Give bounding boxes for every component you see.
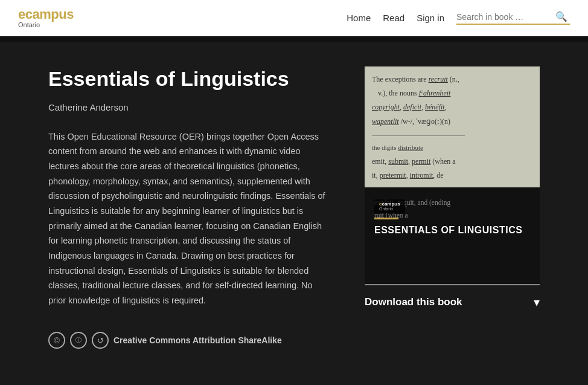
by-icon: ⓘ [70,332,87,349]
chevron-down-icon: ▾ [534,295,540,309]
book-info-column: Essentials of Linguistics Catherine Ande… [48,66,328,361]
cover-bottom: exploit, acquit, and (ending ruit (when … [365,187,540,284]
logo-subtitle: Ontario [18,22,74,28]
site-header: ecampus Ontario Home Read Sign in 🔍 [0,0,588,36]
nav-read[interactable]: Read [383,13,404,23]
download-section[interactable]: Download this book ▾ [365,284,540,319]
book-description: This Open Educational Resource (OER) bri… [48,129,328,308]
cover-title-overlay: ESSENTIALS OF LINGUISTICS [374,218,530,236]
nav-home[interactable]: Home [347,13,371,23]
sa-icon: ↺ [92,332,109,349]
main-nav: Home Read Sign in 🔍 [347,11,570,25]
ecampus-badge-text: ecampus [379,202,400,207]
download-label: Download this book [365,296,462,308]
logo-text: ecampus [18,8,74,21]
author-name: Catherine Anderson [48,102,328,112]
cover-text-bg: The exceptions are recruit (n., v.), the… [365,66,540,187]
nav-signin[interactable]: Sign in [417,13,444,23]
book-title: Essentials of Linguistics [48,66,328,91]
ecampus-badge: ecampus Ontario [374,199,405,213]
logo[interactable]: ecampus Ontario [18,8,74,28]
book-cover: The exceptions are recruit (n., v.), the… [365,66,540,284]
cover-accent-line [374,218,398,219]
search-area: 🔍 [456,11,570,25]
license-area: © ⓘ ↺ Creative Commons Attribution Share… [48,332,328,349]
cover-title-text: ESSENTIALS OF LINGUISTICS [374,224,530,236]
search-input[interactable] [456,12,553,22]
search-icon[interactable]: 🔍 [553,11,570,22]
cover-top: The exceptions are recruit (n., v.), the… [365,66,540,187]
main-content: Essentials of Linguistics Catherine Ande… [0,42,588,385]
separator [0,36,588,42]
license-text: Creative Commons Attribution ShareAlike [113,335,282,345]
book-cover-column: The exceptions are recruit (n., v.), the… [365,66,540,361]
ecampus-badge-sub: Ontario [379,207,400,211]
cc-icon: © [48,332,65,349]
